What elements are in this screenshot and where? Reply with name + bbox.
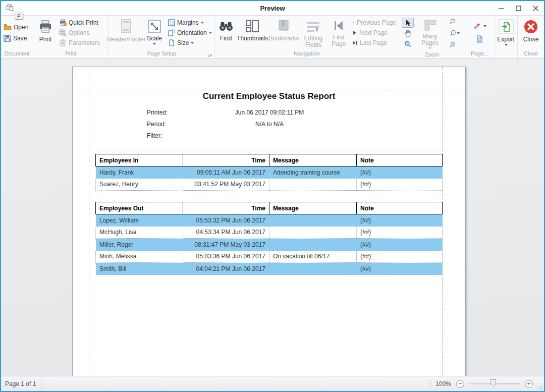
print-button[interactable]: Print (34, 17, 57, 49)
zoom-icon (449, 30, 457, 37)
column-header: Employees In (96, 154, 183, 166)
title-bar: Preview (1, 1, 544, 16)
page-document-button[interactable] (474, 34, 485, 44)
table-cell: Miller, Roger (96, 239, 183, 251)
bookmarks-button[interactable]: Bookmarks (268, 17, 299, 49)
close-preview-button[interactable]: Close (523, 17, 539, 49)
open-button[interactable]: Open (2, 23, 32, 32)
parameters-label: Parameters (69, 39, 100, 46)
zoom-in-icon (449, 41, 456, 48)
preview-viewport[interactable]: Current Employee Status Report Printed: … (1, 59, 544, 376)
group-caption-page: Page... (465, 50, 494, 59)
group-print: Print Quick Print (33, 16, 109, 59)
export-label: Export (497, 36, 515, 43)
group-zoom: Many Pages (399, 16, 465, 59)
zoom-tool-icon (404, 40, 411, 47)
zoom-slider[interactable] (469, 383, 520, 384)
export-button[interactable]: Export (497, 17, 515, 49)
printer-icon (38, 19, 53, 34)
quick-print-button[interactable]: Quick Print (57, 18, 102, 27)
printed-label: Printed: (147, 109, 168, 116)
orientation-icon (168, 29, 175, 36)
zoom-level-button[interactable] (446, 28, 462, 38)
group-caption-navigation: Navigation (215, 50, 399, 59)
first-page-label: First Page (328, 34, 350, 47)
zoom-out-button[interactable] (446, 17, 458, 27)
employees-in-table: Employees InTimeMessageNoteHardy, Frank0… (95, 154, 443, 191)
last-page-button[interactable]: Last Page (350, 38, 398, 47)
zoom-slider-thumb[interactable] (490, 379, 496, 387)
find-button[interactable]: Find (215, 17, 237, 49)
editing-fields-label: Editing Fields (299, 35, 327, 48)
band-separator (95, 199, 442, 199)
table-cell: 03:41:52 PM May 03 2017 (183, 179, 269, 191)
page-setup-dialog-launcher-icon[interactable] (208, 52, 212, 57)
watermark-button[interactable] (471, 22, 488, 31)
scale-dropdown-caret (153, 43, 156, 45)
employees-out-table: Employees OutTimeMessageNoteLopez, Willi… (95, 202, 443, 275)
preview-window: Preview P Open (0, 0, 545, 392)
first-page-icon (332, 19, 345, 32)
table-cell: Lopez, William (96, 214, 183, 227)
quick-print-icon (59, 19, 67, 26)
many-pages-icon (423, 19, 437, 31)
orientation-dropdown-caret (209, 32, 212, 34)
column-header: Message (269, 202, 357, 214)
magnifier-tool-button[interactable] (402, 39, 414, 49)
previous-page-icon (352, 20, 355, 25)
table-cell (269, 239, 357, 251)
statusbar-separator (430, 379, 430, 388)
table-cell: Hardy, Frank (96, 166, 183, 179)
group-caption-page-setup: Page Setup (109, 50, 214, 59)
close-label: Close (523, 36, 539, 43)
table-cell: (##) (357, 263, 443, 275)
pointer-tool-button[interactable] (402, 18, 414, 28)
maximize-button[interactable] (510, 1, 527, 15)
last-page-label: Last Page (360, 39, 387, 46)
margins-button[interactable]: Margins (166, 18, 214, 27)
size-button[interactable]: Size (166, 38, 214, 47)
minimize-button[interactable] (493, 1, 510, 15)
zoom-in-button[interactable] (446, 40, 458, 50)
table-row: Minh, Melissa05:03:36 PM Jun 06 2017On v… (96, 251, 443, 263)
parameters-button[interactable]: Parameters (57, 38, 102, 47)
options-button[interactable]: Options (57, 28, 102, 37)
many-pages-dropdown-caret (428, 47, 431, 49)
zoom-out-step-button[interactable]: − (456, 380, 464, 388)
table-header-row: Employees InTimeMessageNote (96, 154, 443, 166)
next-page-button[interactable]: Next Page (350, 28, 398, 37)
band-separator (95, 150, 442, 150)
table-row: Suarez, Henry03:41:52 PM May 03 2017(##) (96, 179, 443, 191)
watermark-dropdown-caret (483, 25, 486, 27)
header-footer-button[interactable]: Header/Footer (110, 17, 143, 49)
bookmarks-icon (277, 19, 291, 33)
group-page-setup: Header/Footer Scale (109, 16, 215, 59)
table-cell: (##) (357, 166, 443, 179)
first-page-button[interactable]: First Page (328, 17, 350, 49)
window-close-button[interactable] (527, 1, 544, 15)
zoom-out-icon (449, 18, 456, 25)
column-header: Time (183, 154, 269, 166)
editing-fields-icon (306, 19, 321, 33)
zoom-in-step-button[interactable]: + (525, 380, 533, 388)
hand-tool-button[interactable] (402, 28, 414, 38)
scale-button[interactable]: Scale (143, 17, 166, 49)
resize-grip[interactable] (536, 383, 542, 389)
save-button[interactable]: Save (2, 34, 32, 43)
report-page: Current Employee Status Report Printed: … (72, 67, 466, 376)
editing-fields-button[interactable]: Editing Fields (299, 17, 327, 49)
table-cell (269, 179, 357, 191)
previous-page-button[interactable]: Previous Page (350, 18, 398, 27)
group-caption-zoom: Zoom (399, 51, 465, 60)
save-icon (4, 35, 11, 42)
bookmarks-label: Bookmarks (268, 35, 299, 42)
many-pages-button[interactable]: Many Pages (415, 17, 445, 50)
table-cell: (##) (357, 179, 443, 191)
orientation-button[interactable]: Orientation (166, 28, 214, 37)
report-title: Current Employee Status Report (73, 91, 465, 101)
export-icon (499, 19, 514, 34)
next-page-label: Next Page (359, 29, 388, 36)
table-cell (269, 214, 357, 227)
thumbnails-button[interactable]: Thumbnails (237, 17, 268, 49)
table-row: Miller, Roger08:31:47 PM May 03 2017(##) (96, 239, 443, 251)
